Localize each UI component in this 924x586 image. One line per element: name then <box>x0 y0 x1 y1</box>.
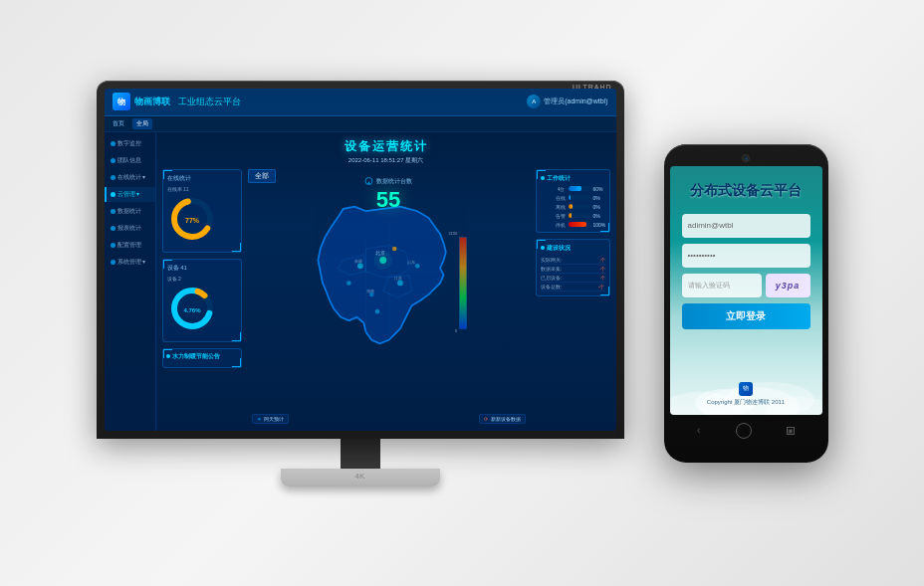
sidebar-item-team[interactable]: 团队信息 <box>105 153 155 168</box>
main-title: 设备运营统计 <box>162 138 610 155</box>
user-name: 管理员(admin@wtbl) <box>544 97 607 106</box>
bar-label: 在线 <box>541 195 566 201</box>
svg-rect-26 <box>459 237 466 328</box>
right-panel: 工作统计 4台 60% <box>536 169 610 426</box>
captcha-code: y3pa <box>776 281 801 291</box>
sidebar-dot <box>111 175 116 180</box>
phone-back-button[interactable]: ‹ <box>697 425 700 436</box>
menu-icon: ▣ <box>788 427 794 434</box>
ticker-dot <box>166 354 170 358</box>
svg-point-8 <box>356 263 362 269</box>
bar-row-total: 4台 60% <box>541 186 605 192</box>
alarm-label: 设备总数: <box>541 284 562 290</box>
screen-logo: 物 物画博联 工业组态云平台 <box>113 93 241 110</box>
sidebar-item-monitor[interactable]: 数字监控 <box>105 136 155 151</box>
sidebar-item-cloud[interactable]: 云管理 ▾ <box>105 187 155 202</box>
svg-text:77%: 77% <box>184 217 199 224</box>
center-panel: 全部 ▲ 数据统计台数 55 <box>248 169 530 426</box>
phone-bezel: 分布式设备云平台 adimin@wtbl •••••••••• 请输入验证码 y… <box>664 144 828 463</box>
sidebar-item-data[interactable]: 数据统计 <box>105 204 155 219</box>
svg-point-13 <box>346 281 351 286</box>
alarm-val: 个 <box>600 275 605 281</box>
svg-text:北京: 北京 <box>375 249 385 255</box>
bar-fill <box>569 195 571 200</box>
ticker-title: 水力制暖节能公告 <box>166 352 238 361</box>
title-dot <box>541 176 545 180</box>
work-stats-box: 工作统计 4台 60% <box>536 169 610 233</box>
phone-username-input[interactable]: adimin@wtbl <box>682 214 810 238</box>
phone-captcha-row: 请输入验证码 y3pa <box>682 274 810 297</box>
main-content: 在线统计 在线率 11 77% <box>162 169 610 426</box>
screen-body: 数字监控 团队信息 在线统计 ▾ 云管理 ▾ <box>105 132 616 431</box>
phone-app-title: 分布式设备云平台 <box>690 182 802 200</box>
weather-label: 阿天预计 <box>264 416 284 422</box>
phone-username-value: adimin@wtbl <box>688 221 734 230</box>
nav-item-home[interactable]: 首页 <box>113 119 124 128</box>
ticker-box: 水力制暖节能公告 <box>162 348 242 368</box>
sidebar-label: 报表统计 <box>117 224 141 233</box>
phone-captcha-input[interactable]: 请输入验证码 <box>682 274 762 297</box>
filter-all[interactable]: 全部 <box>248 169 276 183</box>
bottom-bar: ☀ 阿天预计 ⟳ 新新设备数据 <box>248 414 530 424</box>
phone-captcha-image[interactable]: y3pa <box>766 274 810 297</box>
main-timestamp: 2022-06-11 18:51:27 星期六 <box>162 156 610 165</box>
bar-track <box>569 213 590 218</box>
monitor-screen: 物 物画博联 工业组态云平台 A 管理员(admin@wtbl) 首页 全局 <box>105 89 616 431</box>
work-stats-title: 工作统计 <box>541 174 605 183</box>
sidebar-label: 系统管理 ▾ <box>117 258 146 267</box>
sidebar-item-system[interactable]: 系统管理 ▾ <box>105 255 155 270</box>
captcha-placeholder: 请输入验证码 <box>688 281 730 291</box>
bar-row-online: 在线 0% <box>541 195 605 201</box>
svg-point-9 <box>397 280 403 286</box>
sidebar-dot <box>111 141 116 146</box>
alarm-item-active: 已启设备: 个 <box>541 274 605 283</box>
alarm-item-total: 设备总数: -个 <box>541 283 605 292</box>
phone-password-value: •••••••••• <box>688 251 716 260</box>
device-sublabel: 设备 2 <box>167 276 237 282</box>
sidebar-dot <box>111 260 116 265</box>
alarm-val: 个 <box>600 266 605 272</box>
bar-label: 离线 <box>541 204 566 210</box>
sidebar-item-report[interactable]: 报表统计 <box>105 221 155 236</box>
refresh-box[interactable]: ⟳ 新新设备数据 <box>479 414 526 424</box>
bar-row-offline: 离线 0% <box>541 204 605 210</box>
nav-item-global[interactable]: 全局 <box>132 118 152 129</box>
phone-home-button[interactable] <box>736 423 752 439</box>
alarm-label: 数据采集: <box>541 266 562 272</box>
work-bar-chart: 4台 60% 在线 <box>541 186 605 228</box>
phone-password-input[interactable]: •••••••••• <box>682 244 810 268</box>
user-avatar: A <box>527 95 541 108</box>
phone-footer-icon: 物 <box>739 382 753 396</box>
refresh-label: 新新设备数据 <box>491 416 521 422</box>
phone-copyright: Copyright 厦门物连博联 2011 <box>670 398 822 407</box>
svg-text:江苏: 江苏 <box>393 276 401 281</box>
phone: 分布式设备云平台 adimin@wtbl •••••••••• 请输入验证码 y… <box>664 144 828 463</box>
online-chart-box: 在线统计 在线率 11 77% <box>162 169 242 253</box>
device-label: 设备 41 <box>167 264 237 273</box>
logo-text: 物画博联 <box>134 96 170 108</box>
sidebar-item-online[interactable]: 在线统计 ▾ <box>105 170 155 185</box>
bar-val: 60% <box>593 186 605 192</box>
alarm-list: 实际网关: 个 数据采集: 个 已启设备: <box>541 256 605 292</box>
phone-login-button[interactable]: 立即登录 <box>682 303 810 329</box>
logo-icon: 物 <box>113 93 130 110</box>
bar-row-stop: 停机 100% <box>541 222 605 228</box>
sidebar-item-config[interactable]: 配置管理 <box>105 238 155 253</box>
sidebar-label: 在线统计 ▾ <box>117 173 146 182</box>
sidebar-label: 配置管理 <box>117 241 141 250</box>
alarm-item-gateway: 实际网关: 个 <box>541 256 605 265</box>
device-chart-box: 设备 41 设备 2 4.76% <box>162 259 242 342</box>
screen-header: 物 物画博联 工业组态云平台 A 管理员(admin@wtbl) <box>105 89 616 116</box>
svg-text:2100: 2100 <box>448 231 458 236</box>
china-map-svg: 北京 新疆 江苏 湖南 山东 <box>248 186 530 391</box>
bar-fill <box>569 213 572 218</box>
phone-menu-button[interactable]: ▣ <box>787 427 795 435</box>
bar-fill <box>569 204 573 209</box>
phone-footer: 物 Copyright 厦门物连博联 2011 <box>670 382 822 407</box>
sidebar-dot <box>111 243 116 248</box>
svg-text:山东: 山东 <box>407 259 415 264</box>
alarm-label: 已启设备: <box>541 275 562 281</box>
monitor: ULTRAHD 物 物画博联 工业组态云平台 A 管理员(admin@wtbl) <box>97 81 624 487</box>
donut-chart-online: 77% <box>167 194 217 244</box>
svg-text:4.76%: 4.76% <box>183 307 201 313</box>
